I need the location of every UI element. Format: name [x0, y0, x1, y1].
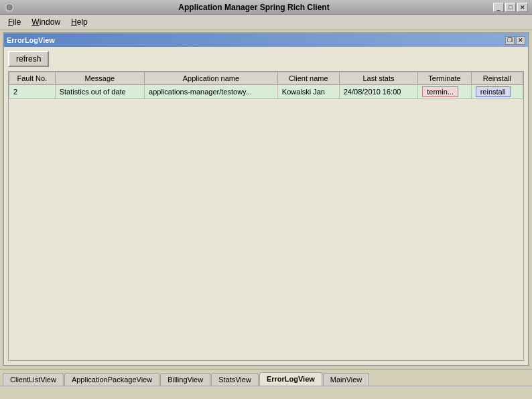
app-title: Application Manager Spring Rich Client: [15, 3, 493, 12]
cell-fault-no: 2: [9, 85, 56, 99]
inner-restore-button[interactable]: ❐: [505, 36, 515, 45]
col-fault-no: Fault No.: [9, 72, 56, 85]
col-app-name: Application name: [145, 72, 278, 85]
col-message: Message: [55, 72, 144, 85]
inner-window-title: ErrorLogView: [7, 36, 55, 44]
reinstall-button[interactable]: reinstall: [476, 86, 511, 97]
refresh-button[interactable]: refresh: [8, 51, 49, 67]
col-last-stats: Last stats: [339, 72, 417, 85]
inner-window-controls: ❐ ✕: [505, 36, 525, 45]
cell-app-name: applications-manager/testowy...: [145, 85, 278, 99]
table-row: 2 Statistics out of date applications-ma…: [9, 85, 523, 99]
cell-reinstall[interactable]: reinstall: [471, 85, 523, 99]
inner-close-button[interactable]: ✕: [516, 36, 525, 45]
table-header-row: Fault No. Message Application name Clien…: [9, 72, 523, 85]
cell-message: Statistics out of date: [55, 85, 144, 99]
table-container: Fault No. Message Application name Clien…: [8, 71, 524, 361]
bottom-strip: [0, 386, 532, 399]
tab-app-package[interactable]: ApplicationPackageView: [64, 373, 159, 386]
tab-error-log[interactable]: ErrorLogView: [259, 372, 322, 386]
tab-client-list[interactable]: ClientListView: [3, 373, 64, 386]
menu-window[interactable]: Window: [26, 16, 66, 28]
cell-last-stats: 24/08/2010 16:00: [339, 85, 417, 99]
tab-main[interactable]: MainView: [323, 373, 370, 386]
minimize-button[interactable]: _: [493, 3, 504, 12]
app-icon: [4, 2, 15, 13]
col-client-name: Client name: [277, 72, 339, 85]
tab-bar: ClientListView ApplicationPackageView Bi…: [0, 369, 532, 386]
error-log-table: Fault No. Message Application name Clien…: [9, 72, 523, 99]
col-terminate: Terminate: [418, 72, 471, 85]
menu-bar: File Window Help: [0, 15, 532, 29]
tab-billing[interactable]: BillingView: [160, 373, 210, 386]
tab-stats[interactable]: StatsView: [211, 373, 259, 386]
main-area: ErrorLogView ❐ ✕ refresh Fault No. Messa…: [0, 29, 532, 369]
inner-content: refresh Fault No. Message Application na…: [4, 47, 528, 365]
cell-client-name: Kowalski Jan: [277, 85, 339, 99]
title-bar: Application Manager Spring Rich Client _…: [0, 0, 532, 15]
menu-help[interactable]: Help: [66, 16, 93, 28]
inner-window-title-bar: ErrorLogView ❐ ✕: [4, 33, 528, 47]
cell-terminate[interactable]: termin...: [418, 85, 471, 99]
terminate-button[interactable]: termin...: [422, 86, 458, 97]
window-controls: _ □ ✕: [493, 3, 528, 12]
menu-file[interactable]: File: [3, 16, 26, 28]
close-window-button[interactable]: ✕: [517, 3, 528, 12]
maximize-button[interactable]: □: [505, 3, 516, 12]
inner-window: ErrorLogView ❐ ✕ refresh Fault No. Messa…: [3, 32, 529, 366]
col-reinstall: Reinstall: [471, 72, 523, 85]
svg-point-0: [7, 5, 12, 10]
